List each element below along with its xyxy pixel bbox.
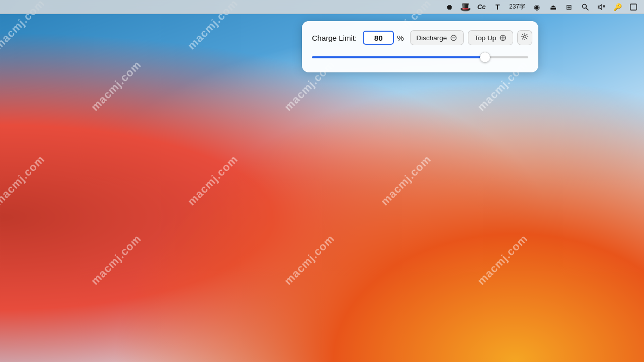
key-icon: 🔑 <box>613 3 622 12</box>
window-menubar-item[interactable] <box>627 2 640 13</box>
menubar: ⏺ 🎩 Cc T 237字 ◉ ⏏ ⊞ <box>0 0 644 14</box>
settings-icon <box>521 33 529 43</box>
svg-rect-4 <box>630 4 636 10</box>
charge-limit-label: Charge Limit: <box>312 34 357 42</box>
charge-slider-container[interactable] <box>312 52 528 62</box>
battery-guard-menubar-item[interactable]: 🎩 <box>459 2 472 13</box>
char-count-menubar-item[interactable]: 237字 <box>507 2 527 13</box>
grid-icon: ⊞ <box>565 3 574 12</box>
settings-button[interactable] <box>517 30 532 45</box>
charge-value-input[interactable] <box>363 31 394 45</box>
adobe-menubar-item[interactable]: Cc <box>475 2 488 13</box>
topup-label: Top Up <box>474 34 496 42</box>
discharge-label: Discharge <box>417 34 447 42</box>
svg-line-1 <box>586 8 589 10</box>
circle-menubar-item[interactable]: ◉ <box>530 2 543 13</box>
discharge-icon: ⊖ <box>450 33 457 42</box>
hat-icon: 🎩 <box>461 3 470 12</box>
mute-icon <box>597 3 606 12</box>
search-icon <box>581 3 590 12</box>
char-count-label: 237字 <box>509 3 525 11</box>
usb-icon: ⏏ <box>548 3 557 12</box>
typora-icon: T <box>493 3 502 12</box>
search-menubar-item[interactable] <box>579 2 592 13</box>
circle-icon: ◉ <box>532 3 541 12</box>
grid-menubar-item[interactable]: ⊞ <box>562 2 576 13</box>
typora-menubar-item[interactable]: T <box>491 2 504 13</box>
usb-menubar-item[interactable]: ⏏ <box>546 2 559 13</box>
window-icon <box>629 3 638 12</box>
percent-label: % <box>397 34 404 42</box>
charge-limit-popup: Charge Limit: % Discharge ⊖ Top Up ⊕ <box>302 21 538 72</box>
adobe-icon: Cc <box>477 3 486 12</box>
camera-icon: ⏺ <box>445 3 454 12</box>
topup-button[interactable]: Top Up ⊕ <box>468 30 513 45</box>
topup-icon: ⊕ <box>499 33 507 42</box>
camera-menubar-item[interactable]: ⏺ <box>443 2 456 13</box>
svg-point-5 <box>524 36 526 38</box>
discharge-button[interactable]: Discharge ⊖ <box>410 30 464 45</box>
charge-value-container: % <box>363 31 404 45</box>
mute-menubar-item[interactable] <box>595 2 608 13</box>
popup-buttons: Discharge ⊖ Top Up ⊕ <box>410 30 533 45</box>
key-menubar-item[interactable]: 🔑 <box>611 2 624 13</box>
